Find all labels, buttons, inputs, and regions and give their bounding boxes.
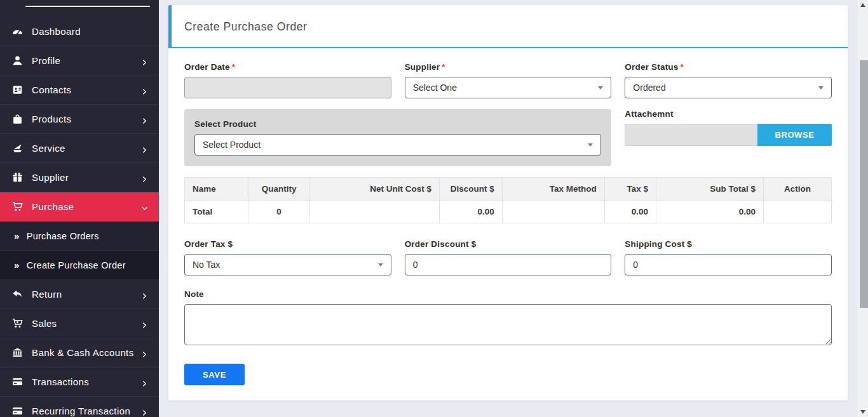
attachment-filename-box[interactable] [625,124,757,146]
sidebar-item-service[interactable]: Service [0,134,159,163]
sidebar-item-sales[interactable]: Sales [0,309,159,338]
order-date-label: Order Date* [184,62,391,72]
order-discount-input[interactable] [405,254,612,275]
sidebar-item-bank-cash-accounts[interactable]: Bank & Cash Accounts [0,338,159,367]
sidebar-item-profile[interactable]: Profile [0,46,159,76]
supplier-select-value: Select One [413,83,457,93]
sidebar-item-dashboard[interactable]: Dashboard [0,17,159,46]
sidebar-item-label: Service [32,143,141,154]
credit-card-icon [11,405,24,417]
sidebar-item-contacts[interactable]: Contacts [0,76,159,105]
sidebar-nav-list: Dashboard Profile Contacts Product [0,17,159,417]
sidebar-subitem-label: Create Purchase Order [27,260,126,270]
sidebar-subitem-create-purchase-order[interactable]: » Create Purchase Order [0,251,159,280]
supplier-field-group: Supplier* Select One [405,62,612,98]
sidebar-item-transactions[interactable]: Transactions [0,367,159,397]
ship-icon [11,142,24,155]
sidebar-item-supplier[interactable]: Supplier [0,163,159,192]
column-header-tax: Tax $ [604,178,656,201]
order-items-table: Name Quantity Net Unit Cost $ Discount $… [184,177,832,223]
gauge-icon [11,25,24,38]
window-scrollbar [858,0,868,417]
sidebar-item-label: Products [32,114,141,124]
sidebar-item-purchase[interactable]: Purchase [0,192,159,222]
note-textarea[interactable] [184,304,832,345]
chevron-down-icon [141,203,149,211]
save-button[interactable]: SAVE [184,364,245,385]
cart-icon [11,201,24,213]
select-product-panel: Select Product Select Product [184,109,611,166]
select-product-select[interactable]: Select Product [194,134,601,156]
chevron-right-icon [141,378,149,386]
form-row-2: Select Product Select Product Attachemnt… [184,109,832,166]
scrollbar-thumb[interactable] [860,60,868,308]
total-net-unit-cost-cell [310,201,440,223]
total-tax-cell: 0.00 [604,201,656,223]
order-tax-field-group: Order Tax $ No Tax [184,239,391,275]
main-content: Create Purchase Order Order Date* Suppli… [159,0,868,417]
caret-down-icon [818,86,824,92]
form-row-1: Order Date* Supplier* Select One Order S… [184,62,832,98]
column-header-discount: Discount $ [440,178,503,201]
sidebar-item-label: Supplier [32,172,141,183]
order-tax-select[interactable]: No Tax [184,254,391,275]
column-header-name: Name [185,178,248,201]
shipping-cost-input[interactable] [625,254,832,275]
caret-down-icon [588,143,593,149]
shipping-cost-field-group: Shipping Cost $ [625,239,832,275]
logo-underline [25,6,150,7]
column-header-net-unit-cost: Net Unit Cost $ [310,178,440,201]
browse-button[interactable]: BROWSE [757,124,832,146]
order-status-field-group: Order Status* Ordered [625,62,832,98]
chevron-right-icon [141,349,149,357]
sidebar-item-label: Bank & Cash Accounts [32,347,141,358]
total-quantity-cell: 0 [248,201,310,223]
required-asterisk: * [442,62,445,72]
caret-down-icon [378,263,383,269]
create-purchase-order-card: Create Purchase Order Order Date* Suppli… [168,5,848,400]
undo-icon [11,288,24,301]
sidebar-item-recurring-transaction[interactable]: Recurring Transaction [0,397,159,417]
sidebar-item-label: Contacts [32,84,141,95]
sidebar: Dashboard Profile Contacts Product [0,0,159,417]
order-date-input[interactable] [184,77,391,98]
column-header-sub-total: Sub Total $ [656,178,764,201]
attachment-field-group: Attachemnt BROWSE [625,109,832,166]
bank-icon [11,347,24,359]
sidebar-item-label: Transactions [32,376,141,387]
scrollbar-down-arrow-icon[interactable] [860,410,865,414]
note-field-group: Note [184,289,832,348]
sidebar-item-products[interactable]: Products [0,105,159,134]
attachment-label: Attachemnt [625,109,832,119]
order-status-select-value: Ordered [633,83,665,93]
contact-card-icon [11,84,24,96]
page-title: Create Purchase Order [184,20,832,34]
column-header-quantity: Quantity [248,178,310,201]
total-sub-total-cell: 0.00 [656,201,764,223]
card-header: Create Purchase Order [168,5,848,48]
gift-icon [11,171,24,184]
chevron-right-icon [141,145,149,152]
bag-icon [11,113,24,126]
sidebar-item-label: Profile [32,55,141,66]
sidebar-item-return[interactable]: Return [0,280,159,309]
sidebar-subitem-purchase-orders[interactable]: » Purchase Orders [0,222,159,251]
chevron-right-icon [141,407,149,415]
user-icon [11,55,24,67]
order-status-select[interactable]: Ordered [625,77,832,98]
card-body: Order Date* Supplier* Select One Order S… [168,48,848,404]
supplier-select[interactable]: Select One [405,77,612,98]
table-header-row: Name Quantity Net Unit Cost $ Discount $… [185,178,832,201]
note-label: Note [184,289,832,299]
required-asterisk: * [232,62,235,72]
sidebar-item-label: Recurring Transaction [32,406,141,416]
column-header-action: Action [764,178,832,201]
required-asterisk: * [681,62,684,72]
attachment-file-input: BROWSE [625,124,832,146]
column-header-tax-method: Tax Method [502,178,604,201]
angles-right-icon: » [14,230,20,241]
scrollbar-up-arrow-icon[interactable] [860,3,865,7]
shipping-cost-label: Shipping Cost $ [625,239,832,249]
total-discount-cell: 0.00 [440,201,503,223]
sidebar-item-label: Sales [32,318,141,329]
